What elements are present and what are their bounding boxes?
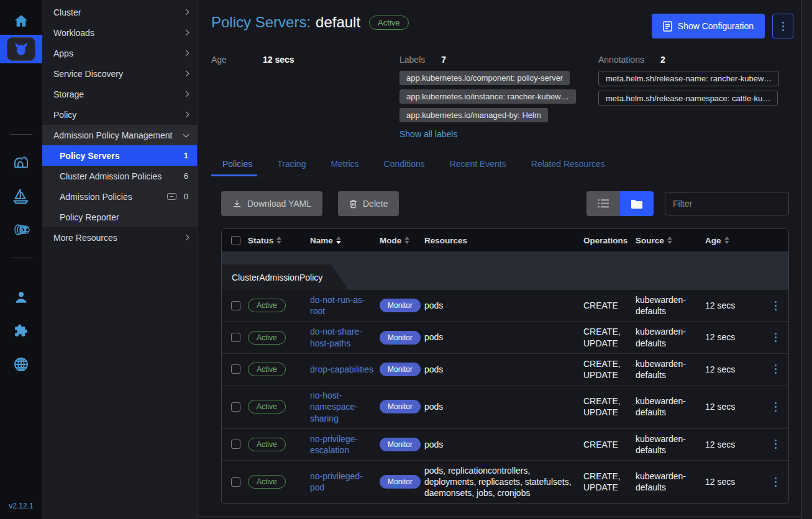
cluster-arch-icon[interactable] bbox=[11, 152, 32, 173]
flat-list-view-button[interactable] bbox=[586, 191, 620, 216]
sort-arrows-icon bbox=[336, 237, 341, 244]
sidebar-item-cluster-admission-policies[interactable]: Cluster Admission Policies6 bbox=[42, 166, 197, 186]
zero-count-icon: − bbox=[167, 193, 176, 200]
tab-tracing[interactable]: Tracing bbox=[266, 153, 319, 176]
row-checkbox[interactable] bbox=[231, 333, 240, 342]
source-cell: kubewarden-defaults bbox=[636, 471, 705, 493]
header-kebab-menu-button[interactable] bbox=[772, 14, 793, 38]
sidebar-item-more-resources[interactable]: More Resources bbox=[42, 227, 197, 248]
row-kebab-menu-button[interactable] bbox=[762, 333, 788, 342]
row-checkbox[interactable] bbox=[231, 402, 240, 412]
sort-arrows-icon bbox=[667, 237, 672, 244]
sidebar-item-policy-servers[interactable]: Policy Servers1 bbox=[42, 145, 197, 166]
sidebar-item-label: Admission Policy Management bbox=[53, 130, 184, 140]
column-header-status[interactable]: Status bbox=[248, 236, 310, 245]
policy-name-link[interactable]: no-privilege-escalation bbox=[310, 433, 380, 456]
row-kebab-menu-button[interactable] bbox=[762, 440, 788, 449]
extensions-puzzle-icon[interactable] bbox=[11, 320, 32, 341]
sidebar-expanded-group: Admission Policy ManagementPolicy Server… bbox=[42, 125, 197, 227]
home-button[interactable] bbox=[0, 7, 42, 35]
filter-input[interactable] bbox=[665, 192, 789, 215]
row-checkbox[interactable] bbox=[231, 440, 240, 449]
kubewarden-rail-button[interactable] bbox=[0, 35, 42, 63]
group-row: ClusterAdmissionPolicy bbox=[222, 251, 788, 290]
tab-conditions[interactable]: Conditions bbox=[373, 153, 439, 176]
sidebar-item-apps[interactable]: Apps bbox=[42, 43, 197, 63]
mode-cell: Monitor bbox=[380, 363, 424, 376]
policy-name-link[interactable]: drop-capabilities bbox=[310, 364, 380, 375]
source-cell: kubewarden-defaults bbox=[636, 294, 705, 317]
tab-policies[interactable]: Policies bbox=[211, 153, 266, 176]
row-kebab-menu-button[interactable] bbox=[762, 402, 788, 412]
column-header-source[interactable]: Source bbox=[636, 236, 705, 245]
sidebar-item-workloads[interactable]: Workloads bbox=[42, 22, 197, 43]
cluster-coil-icon[interactable] bbox=[11, 219, 32, 240]
chevron-right-icon bbox=[183, 50, 189, 56]
row-status-badge: Active bbox=[248, 475, 286, 489]
delete-button[interactable]: Delete bbox=[338, 191, 399, 216]
grouped-view-button[interactable] bbox=[620, 191, 654, 216]
age-cell: 12 secs bbox=[705, 300, 762, 311]
cluster-sailboat-icon[interactable] bbox=[11, 186, 32, 207]
main-content: Policy Servers: default Active Show Conf… bbox=[198, 0, 812, 519]
mode-badge: Monitor bbox=[380, 438, 421, 451]
row-status-badge: Active bbox=[248, 438, 286, 451]
home-icon bbox=[13, 13, 29, 29]
sidebar-item-policy[interactable]: Policy bbox=[42, 104, 197, 125]
download-yaml-button[interactable]: Download YAML bbox=[221, 191, 322, 216]
annotations-count: 2 bbox=[660, 55, 665, 65]
sidebar-item-service-discovery[interactable]: Service Discovery bbox=[42, 63, 197, 84]
chevron-down-icon bbox=[183, 131, 189, 137]
policy-name-link[interactable]: no-privileged-pod bbox=[310, 471, 380, 493]
tab-metrics[interactable]: Metrics bbox=[319, 153, 372, 176]
sidebar-item-admission-policies[interactable]: Admission Policies−0 bbox=[42, 186, 197, 207]
sidebar-item-label: More Resources bbox=[53, 233, 184, 243]
sidebar-nav: ClusterWorkloadsAppsService DiscoverySto… bbox=[42, 0, 198, 519]
labels-count: 7 bbox=[441, 55, 446, 65]
show-configuration-button[interactable]: Show Configuration bbox=[652, 14, 765, 38]
policy-name-link[interactable]: do-not-run-as-root bbox=[310, 294, 380, 317]
header-actions: Show Configuration bbox=[652, 14, 793, 38]
policy-name-link[interactable]: do-not-share-host-paths bbox=[310, 326, 380, 348]
scrollbar-track[interactable] bbox=[801, 0, 812, 519]
column-header-mode[interactable]: Mode bbox=[380, 236, 424, 245]
sidebar-item-admission-policy-management[interactable]: Admission Policy Management bbox=[42, 125, 197, 145]
app-version: v2.12.1 bbox=[9, 502, 33, 510]
kebab-icon bbox=[775, 301, 777, 310]
source-cell: kubewarden-defaults bbox=[636, 433, 705, 456]
row-checkbox[interactable] bbox=[231, 477, 240, 487]
show-all-labels-link[interactable]: Show all labels bbox=[399, 129, 457, 139]
column-header-age[interactable]: Age bbox=[705, 236, 762, 245]
select-all-checkbox[interactable] bbox=[231, 236, 240, 245]
row-kebab-menu-button[interactable] bbox=[762, 364, 788, 374]
sidebar-item-cluster[interactable]: Cluster bbox=[42, 2, 197, 22]
row-checkbox[interactable] bbox=[231, 364, 240, 374]
sidebar-item-count: 1 bbox=[184, 151, 188, 160]
mode-badge: Monitor bbox=[380, 363, 421, 376]
resources-cell: pods bbox=[424, 300, 583, 311]
label-chips: app.kubernetes.io/component: policy-serv… bbox=[399, 71, 598, 122]
row-checkbox[interactable] bbox=[231, 301, 240, 310]
tab-recent-events[interactable]: Recent Events bbox=[439, 153, 520, 176]
row-kebab-menu-button[interactable] bbox=[762, 301, 788, 310]
tab-related-resources[interactable]: Related Resources bbox=[520, 153, 619, 176]
status-cell: Active bbox=[248, 331, 310, 345]
column-header-label: Status bbox=[248, 236, 273, 245]
user-icon[interactable] bbox=[11, 287, 32, 308]
policy-name-link[interactable]: no-host-namespace-sharing bbox=[310, 390, 380, 424]
sidebar-item-label: Cluster Admission Policies bbox=[60, 171, 179, 181]
globe-icon[interactable] bbox=[11, 354, 32, 375]
kebab-icon bbox=[775, 333, 777, 342]
chevron-right-icon bbox=[183, 235, 189, 241]
sidebar-item-storage[interactable]: Storage bbox=[42, 84, 197, 104]
table-row: Activedo-not-share-host-pathsMonitorpods… bbox=[222, 321, 788, 353]
age-value: 12 secs bbox=[263, 55, 294, 65]
status-cell: Active bbox=[248, 400, 310, 413]
source-cell: kubewarden-defaults bbox=[636, 358, 705, 381]
row-kebab-menu-button[interactable] bbox=[762, 477, 788, 487]
column-header-name[interactable]: Name bbox=[310, 236, 380, 245]
age-label: Age bbox=[211, 55, 227, 65]
sidebar-item-policy-reporter[interactable]: Policy Reporter bbox=[42, 207, 197, 227]
sidebar-item-label: Storage bbox=[53, 89, 184, 99]
sort-arrows-icon bbox=[276, 237, 281, 244]
